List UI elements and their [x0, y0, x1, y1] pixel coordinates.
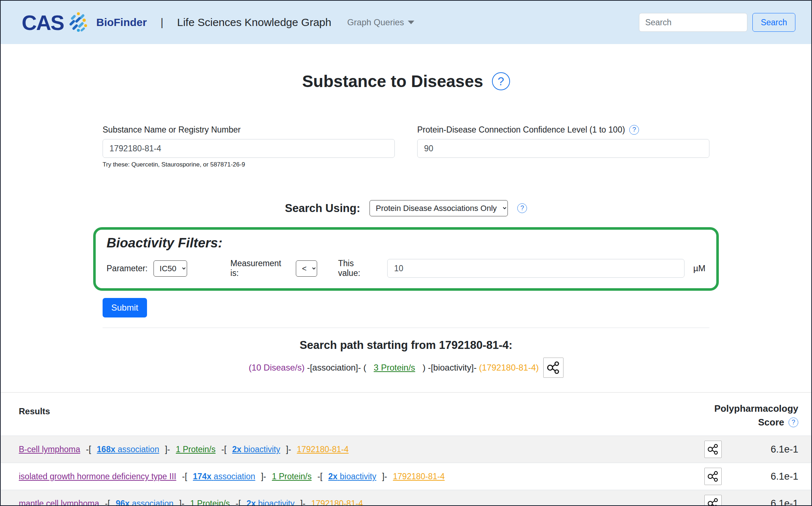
confidence-input[interactable]	[417, 139, 709, 158]
association-link[interactable]: 96x association	[116, 499, 173, 506]
association-link[interactable]: 168x association	[97, 445, 159, 454]
substance-input[interactable]	[103, 139, 395, 158]
bond-close: ]-	[300, 499, 305, 506]
page-title: Substance to Diseases	[302, 72, 483, 91]
navbar-search-input[interactable]	[639, 13, 747, 32]
parameter-label: Parameter:	[107, 264, 148, 273]
substance-link[interactable]: 1792180-81-4	[393, 472, 445, 481]
disease-link[interactable]: B-cell lymphoma	[19, 445, 80, 454]
polypharmacology-score: 6.1e-1	[722, 444, 798, 455]
confidence-label: Protein-Disease Connection Confidence Le…	[417, 125, 625, 135]
search-using-label: Search Using:	[285, 202, 360, 215]
cas-logo: CAS	[22, 10, 64, 35]
bond-open: -[	[236, 499, 241, 506]
divider	[103, 328, 709, 328]
disease-link[interactable]: mantle cell lymphoma	[19, 499, 99, 506]
score-header-line1: Polypharmacology	[714, 402, 798, 416]
path-association-segment: -[association]- (	[304, 363, 368, 373]
path-substance: (1792180-81-4)	[479, 363, 539, 373]
parameter-select[interactable]: IC50	[154, 260, 187, 277]
bond-close: ]-	[261, 472, 266, 481]
results-heading: Results	[19, 402, 50, 416]
search-using-select[interactable]: Protein Disease Associations Only	[370, 200, 508, 216]
bioactivity-link[interactable]: 2x bioactivity	[328, 472, 376, 481]
unit-label: µM	[693, 263, 705, 273]
confidence-help-icon[interactable]: ?	[629, 125, 639, 135]
row-graph-button[interactable]	[704, 495, 722, 506]
score-column-header: Polypharmacology Score ?	[714, 402, 798, 429]
bond-open: -[	[105, 499, 110, 506]
protein-link[interactable]: 1 Protein/s	[190, 499, 230, 506]
title-help-icon[interactable]: ?	[492, 72, 510, 90]
protein-link[interactable]: 1 Protein/s	[176, 445, 216, 454]
score-header-line2: Score	[758, 416, 784, 429]
substance-hint: Try these: Quercetin, Staurosporine, or …	[103, 161, 395, 168]
navbar-separator: |	[160, 16, 163, 29]
bond-close: ]-	[179, 499, 184, 506]
cas-logo-mark-icon	[67, 10, 90, 34]
path-protein-link[interactable]: 3 Protein/s	[374, 363, 415, 373]
bond-close: ]-	[286, 445, 291, 454]
bioactivity-link[interactable]: 2x bioactivity	[232, 445, 280, 454]
score-help-icon[interactable]: ?	[789, 418, 798, 427]
measurement-select[interactable]: <	[296, 260, 317, 277]
row-graph-button[interactable]	[704, 468, 722, 485]
protein-link[interactable]: 1 Protein/s	[272, 472, 312, 481]
path-bioactivity-segment: ) -[bioactivity]-	[420, 363, 479, 373]
path-diseases: (10 Disease/s)	[249, 363, 304, 373]
app-window: CAS BioFinder | Life Scie	[0, 0, 812, 506]
substance-link[interactable]: 1792180-81-4	[297, 445, 349, 454]
result-row: isolated growth hormone deficiency type …	[1, 463, 811, 490]
navbar-search-button[interactable]: Search	[752, 13, 795, 32]
path-graph-button[interactable]	[543, 358, 563, 378]
bioactivity-link[interactable]: 2x bioactivity	[246, 499, 294, 506]
polypharmacology-score: 6.1e-1	[722, 498, 798, 506]
result-row: mantle cell lymphoma -[ 96x association …	[1, 490, 811, 506]
value-input[interactable]	[387, 259, 684, 278]
association-link[interactable]: 174x association	[193, 472, 255, 481]
biofinder-brand: BioFinder	[96, 16, 147, 29]
search-path-heading: Search path starting from 1792180-81-4:	[103, 339, 709, 352]
bond-open: -[	[182, 472, 187, 481]
chevron-down-icon	[408, 21, 414, 24]
bond-open: -[	[318, 472, 323, 481]
row-graph-button[interactable]	[704, 441, 722, 458]
search-using-help-icon[interactable]: ?	[517, 203, 527, 213]
disease-link[interactable]: isolated growth hormone deficiency type …	[19, 472, 176, 481]
results-section: Results Polypharmacology Score ? B-cell …	[1, 392, 811, 506]
bond-open: -[	[86, 445, 91, 454]
value-label: This value:	[338, 259, 377, 278]
top-navbar: CAS BioFinder | Life Scie	[1, 1, 811, 44]
bond-close: ]-	[382, 472, 387, 481]
submit-button[interactable]: Submit	[103, 298, 147, 317]
search-path: (10 Disease/s) -[association]- ( 3 Prote…	[103, 358, 709, 378]
app-title: Life Sciences Knowledge Graph	[177, 16, 331, 29]
result-row: B-cell lymphoma -[ 168x association ]- 1…	[1, 436, 811, 463]
graph-queries-label: Graph Queries	[347, 17, 404, 27]
substance-link[interactable]: 1792180-81-4	[311, 499, 363, 506]
polypharmacology-score: 6.1e-1	[722, 471, 798, 482]
measurement-label: Measurement is:	[230, 259, 290, 278]
graph-queries-menu[interactable]: Graph Queries	[347, 17, 414, 27]
substance-label: Substance Name or Registry Number	[103, 125, 395, 135]
bioactivity-filters-heading: Bioactivity Filters:	[107, 235, 705, 251]
bioactivity-filters-panel: Bioactivity Filters: Parameter: IC50 Mea…	[93, 227, 719, 291]
bond-close: ]-	[165, 445, 170, 454]
bond-open: -[	[221, 445, 226, 454]
